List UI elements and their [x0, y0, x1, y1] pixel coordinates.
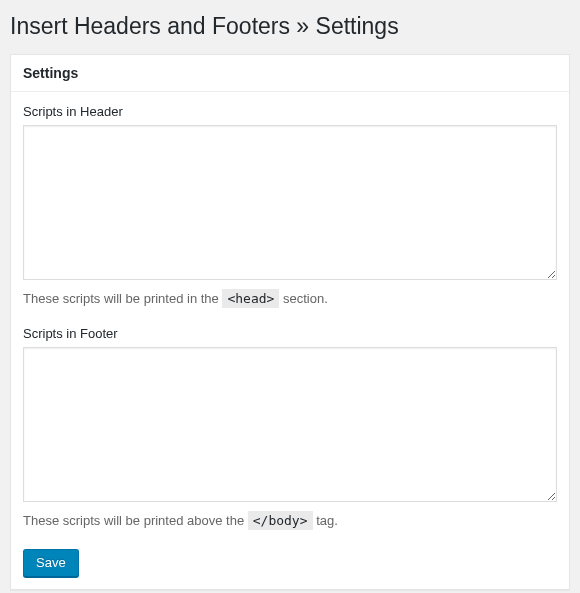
page-title: Insert Headers and Footers » Settings [10, 10, 570, 54]
header-scripts-textarea[interactable] [23, 125, 557, 280]
desc-text: These scripts will be printed above the [23, 513, 248, 528]
body-tag-code: </body> [248, 511, 313, 530]
save-button[interactable]: Save [23, 549, 79, 577]
desc-text: section. [283, 291, 328, 306]
settings-panel: Settings Scripts in Header These scripts… [10, 54, 570, 590]
desc-text: These scripts will be printed in the [23, 291, 222, 306]
header-scripts-group: Scripts in Header These scripts will be … [23, 104, 557, 309]
head-tag-code: <head> [222, 289, 279, 308]
footer-scripts-description: These scripts will be printed above the … [23, 511, 557, 531]
panel-heading: Settings [23, 65, 557, 81]
footer-scripts-textarea[interactable] [23, 347, 557, 502]
header-scripts-description: These scripts will be printed in the <he… [23, 289, 557, 309]
desc-text: tag. [316, 513, 338, 528]
panel-body: Scripts in Header These scripts will be … [11, 92, 569, 589]
header-scripts-label: Scripts in Header [23, 104, 557, 119]
panel-header: Settings [11, 55, 569, 92]
footer-scripts-label: Scripts in Footer [23, 326, 557, 341]
footer-scripts-group: Scripts in Footer These scripts will be … [23, 326, 557, 531]
